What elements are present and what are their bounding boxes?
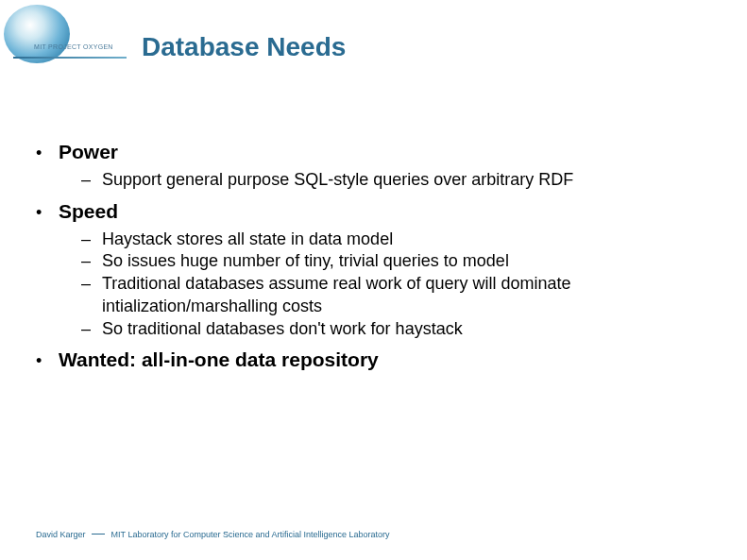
sub-bullet-text: Haystack stores all state in data model [102, 229, 719, 251]
footer-author: David Karger [36, 530, 86, 539]
bullet-icon: • [36, 351, 59, 372]
logo: MIT PROJECT OXYGEN [13, 19, 127, 71]
logo-underline [13, 57, 127, 59]
bullet-label: Speed [59, 199, 118, 225]
dash-icon: – [81, 273, 102, 296]
slide-title: Database Needs [142, 32, 346, 62]
bullet-icon: • [36, 144, 59, 164]
dash-icon: – [81, 229, 102, 251]
footer-separator-icon [92, 534, 105, 535]
bullet-label: Power [59, 140, 118, 165]
dash-icon: – [81, 318, 102, 341]
dash-icon: – [81, 169, 102, 192]
bullet-label: Wanted: all-in-one data repository [59, 348, 379, 373]
sub-bullet-text: Traditional databases assume real work o… [102, 273, 719, 318]
sub-bullet-text: So issues huge number of tiny, trivial q… [102, 250, 719, 273]
logo-label: MIT PROJECT OXYGEN [34, 43, 113, 50]
sub-bullet-text: Support general purpose SQL-style querie… [102, 169, 719, 192]
slide-footer: David Karger MIT Laboratory for Computer… [36, 530, 390, 539]
footer-affiliation: MIT Laboratory for Computer Science and … [111, 530, 390, 539]
dash-icon: – [81, 250, 102, 273]
bullet-icon: • [36, 203, 59, 224]
slide-content: • Power – Support general purpose SQL-st… [36, 140, 719, 373]
globe-icon [4, 5, 70, 63]
sub-bullet-text: So traditional databases don't work for … [102, 318, 719, 341]
